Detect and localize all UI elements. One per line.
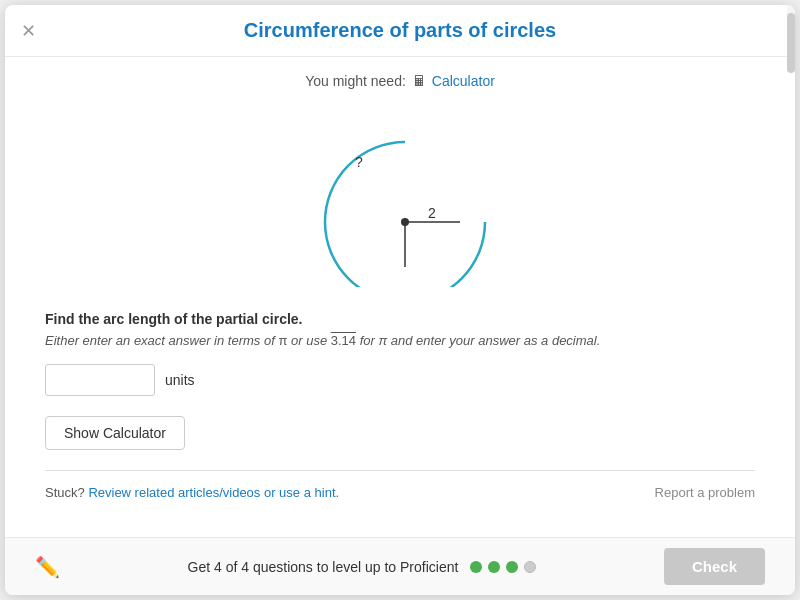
calculator-link[interactable]: Calculator (432, 73, 495, 89)
footer-center: Get 4 of 4 questions to level up to Prof… (188, 559, 537, 575)
sub-after: for π and enter your answer as a decimal… (356, 333, 600, 348)
header: ✕ Circumference of parts of circles (5, 5, 795, 57)
pencil-icon: ✏️ (35, 555, 60, 579)
center-dot (401, 218, 409, 226)
progress-dots (470, 561, 536, 573)
close-button[interactable]: ✕ (21, 22, 36, 40)
scrollbar-track (787, 5, 795, 56)
progress-dot-4 (524, 561, 536, 573)
units-label: units (165, 372, 195, 388)
progress-dot-1 (470, 561, 482, 573)
stuck-section: Stuck? Review related articles/videos or… (45, 485, 339, 500)
pi-value: 3.14 (331, 333, 356, 348)
report-problem-link[interactable]: Report a problem (655, 485, 755, 500)
progress-text: Get 4 of 4 questions to level up to Prof… (188, 559, 459, 575)
question-mark-label: ? (355, 154, 363, 170)
content-area: You might need: 🖩 Calculator (5, 57, 795, 537)
stuck-row: Stuck? Review related articles/videos or… (45, 485, 755, 500)
progress-dot-3 (506, 561, 518, 573)
progress-dot-2 (488, 561, 500, 573)
answer-input[interactable] (45, 364, 155, 396)
question-subtitle: Either enter an exact answer in terms of… (45, 333, 755, 348)
sub-before-pi: Either enter an exact answer in terms of (45, 333, 278, 348)
diagram-area: ? 2 (45, 107, 755, 287)
sub-middle: or use (287, 333, 330, 348)
circle-diagram: ? 2 (300, 107, 500, 287)
stuck-label: Stuck? (45, 485, 85, 500)
check-button[interactable]: Check (664, 548, 765, 585)
you-might-need-row: You might need: 🖩 Calculator (45, 73, 755, 89)
radius-label: 2 (428, 205, 436, 221)
question-main-text: Find the arc length of the partial circl… (45, 311, 303, 327)
divider (45, 470, 755, 471)
page-title: Circumference of parts of circles (244, 19, 556, 42)
main-window: ✕ Circumference of parts of circles You … (5, 5, 795, 595)
question-label: Find the arc length of the partial circl… (45, 311, 755, 327)
answer-row: units (45, 364, 755, 396)
you-might-need-label: You might need: (305, 73, 406, 89)
calculator-icon: 🖩 (412, 73, 426, 89)
stuck-link[interactable]: Review related articles/videos or use a … (88, 485, 339, 500)
show-calculator-button[interactable]: Show Calculator (45, 416, 185, 450)
footer: ✏️ Get 4 of 4 questions to level up to P… (5, 537, 795, 595)
